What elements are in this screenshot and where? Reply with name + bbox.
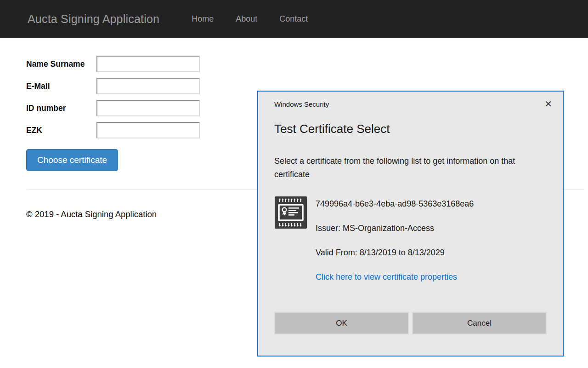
name-surname-label: Name Surname <box>26 59 96 69</box>
nav-contact[interactable]: Contact <box>268 14 319 24</box>
windows-security-dialog: Windows Security ✕ Test Certificate Sele… <box>257 91 564 356</box>
certificate-properties-link[interactable]: Click here to view certificate propertie… <box>316 272 474 282</box>
close-icon[interactable]: ✕ <box>544 99 552 109</box>
form-row-name-surname: Name Surname <box>26 56 588 72</box>
nav-about[interactable]: About <box>225 14 268 24</box>
nav-home[interactable]: Home <box>181 14 225 24</box>
app-brand[interactable]: Aucta Signing Application <box>28 12 159 26</box>
dialog-heading: Test Certificate Select <box>274 122 547 136</box>
choose-certificate-button[interactable]: Choose certificate <box>26 149 118 171</box>
email-label: E-Mail <box>26 81 96 91</box>
certificate-validity: Valid From: 8/13/2019 to 8/13/2029 <box>316 248 474 258</box>
certificate-icon <box>274 196 307 230</box>
certificate-name: 749996a4-b6e3-4eba-ad98-5363e3168ea6 <box>316 199 474 209</box>
ok-button[interactable]: OK <box>274 312 409 334</box>
main-nav: Home About Contact <box>181 14 319 24</box>
certificate-entry[interactable]: 749996a4-b6e3-4eba-ad98-5363e3168ea6 Iss… <box>274 196 547 282</box>
cancel-button[interactable]: Cancel <box>412 312 547 334</box>
certificate-issuer: Issuer: MS-Organization-Access <box>316 224 474 233</box>
navbar: Aucta Signing Application Home About Con… <box>0 0 588 38</box>
name-surname-input[interactable] <box>96 56 200 72</box>
dialog-description: Select a certificate from the following … <box>274 155 547 181</box>
ezk-input[interactable] <box>96 122 200 138</box>
dialog-title: Windows Security <box>274 100 329 108</box>
certificate-info: 749996a4-b6e3-4eba-ad98-5363e3168ea6 Iss… <box>316 196 474 282</box>
dialog-titlebar: Windows Security ✕ <box>274 100 547 109</box>
email-input[interactable] <box>96 78 200 94</box>
id-number-label: ID number <box>26 104 96 113</box>
ezk-label: EZK <box>26 126 96 135</box>
id-number-input[interactable] <box>96 100 200 116</box>
dialog-buttons: OK Cancel <box>274 312 547 334</box>
